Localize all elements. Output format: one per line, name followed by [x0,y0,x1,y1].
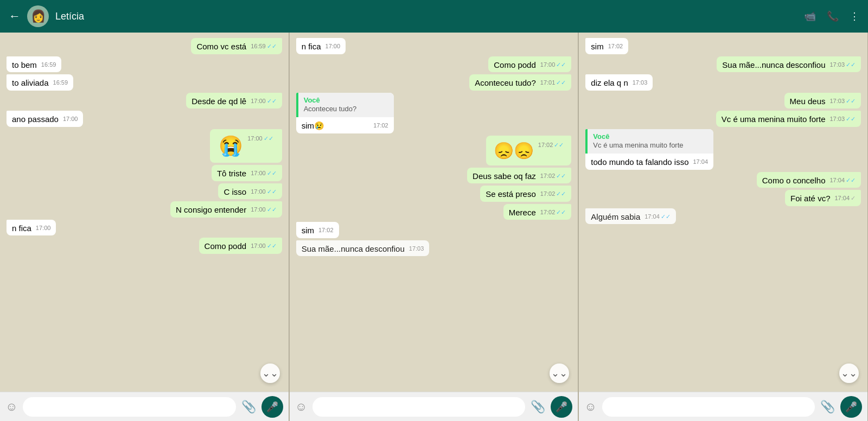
bubble: n fica 17:00 [7,220,56,236]
bubble: Vc é uma menina muito forte 17:03 ✓✓ [716,111,861,127]
message-input[interactable] [23,397,235,417]
message-row: n fica 17:00 [7,220,56,236]
voice-call-icon[interactable]: 📞 [827,10,839,22]
avatar: 👩 [27,5,49,27]
bubble: Como vc está 16:59 ✓✓ [191,38,282,54]
scroll-down-button[interactable]: ⌄⌄ [260,363,280,383]
chat-container: Como vc está 16:59 ✓✓ to bem 16:59 to al… [0,33,868,421]
send-button[interactable]: 🎤 [840,396,862,418]
message-row: Sua mãe...nunca desconfiou 17:03 ✓✓ [717,56,861,73]
message-row: Vc é uma menina muito forte 17:03 ✓✓ [716,111,861,127]
bubble: Como podd 17:00 ✓✓ [488,56,571,73]
message-input[interactable] [602,397,815,417]
message-row: 😞😞 17:02 ✓✓ [486,136,572,165]
message-row: to aliviada 16:59 [7,74,73,91]
message-row: ano passado 17:00 [7,111,83,127]
messages-panel-3: sim 17:02 Sua mãe...nunca desconfiou 17:… [579,33,867,392]
bubble: Alguém sabia 17:04 ✓✓ [585,208,675,225]
message-row: Meu deus 17:03 ✓✓ [784,93,861,109]
bubble: 😞😞 17:02 ✓✓ [486,136,572,165]
bubble: Desde de qd lê 17:00 ✓✓ [186,93,282,109]
quote-block: Você Vc é uma menina muito forte [585,129,713,154]
message-row: Como podd 17:00 ✓✓ [488,56,571,73]
quote-author: Você [593,132,708,142]
message-row: Aconteceu tudo? 17:01 ✓✓ [469,74,571,91]
message-row: Tô triste 17:00 ✓✓ [212,165,282,181]
quote-author: Você [304,96,388,105]
more-options-icon[interactable]: ⋮ [850,10,859,22]
bubble: Deus sabe oq faz 17:02 ✓✓ [467,168,571,184]
message-row: N consigo entender 17:00 ✓✓ [170,201,282,218]
chat-panel-1: Como vc está 16:59 ✓✓ to bem 16:59 to al… [0,33,289,421]
bubble: C isso 17:00 ✓✓ [218,183,282,200]
scroll-down-button[interactable]: ⌄⌄ [839,363,859,383]
attach-icon[interactable]: 📎 [241,400,256,414]
bubble: sim 17:02 [296,222,339,238]
message-row: Sua mãe...nunca desconfiou 17:03 [296,240,430,257]
video-call-icon[interactable]: 📹 [804,10,816,22]
emoji-icon[interactable]: ☺ [5,400,17,414]
message-row: sim 17:02 [585,38,628,54]
message-row: Merece 17:02 ✓✓ [503,204,572,220]
bubble: n fica 17:00 [296,38,346,54]
bubble: Aconteceu tudo? 17:01 ✓✓ [469,74,571,91]
message-row: Alguém sabia 17:04 ✓✓ [585,208,675,225]
message-row: Foi até vc? 17:04 ✓ [785,190,861,206]
chat-header: ← 👩 Letícia 📹 📞 ⋮ [0,0,868,33]
bottom-input-bar-2: ☺ 📎 🎤 [290,392,578,421]
quote-text: Aconteceu tudo? [304,105,388,114]
messages-panel-2: n fica 17:00 Como podd 17:00 ✓✓ Acontece… [290,33,578,392]
message-input[interactable] [312,397,525,417]
bubble: ano passado 17:00 [7,111,83,127]
message-row: Como podd 17:00 ✓✓ [199,238,282,254]
message-row: Como o concelho 17:04 ✓✓ [757,172,861,188]
bubble: Foi até vc? 17:04 ✓ [785,190,861,206]
bubble: diz ela q n 17:03 [585,74,653,91]
bubble: Sua mãe...nunca desconfiou 17:03 ✓✓ [717,56,861,73]
bubble: Como podd 17:00 ✓✓ [199,238,282,254]
back-button[interactable]: ← [9,9,21,23]
header-actions: 📹 📞 ⋮ [804,10,859,22]
messages-panel-1: Como vc está 16:59 ✓✓ to bem 16:59 to al… [0,33,289,392]
message-row: Se está preso 17:02 ✓✓ [480,186,571,202]
bubble: to bem 16:59 [7,56,61,73]
quote-block: Você Aconteceu tudo? [296,93,394,118]
contact-name: Letícia [55,11,797,22]
attach-icon[interactable]: 📎 [820,400,835,414]
bottom-input-bar-3: ☺ 📎 🎤 [579,392,867,421]
emoji-icon[interactable]: ☺ [584,400,596,414]
bubble: Você Vc é uma menina muito forte todo mu… [585,129,713,170]
message-row: Deus sabe oq faz 17:02 ✓✓ [467,168,571,184]
message-row: to bem 16:59 [7,56,61,73]
bubble: Meu deus 17:03 ✓✓ [784,93,861,109]
bubble: Se está preso 17:02 ✓✓ [480,186,571,202]
message-row: Você Aconteceu tudo? sim😢 17:02 [296,93,394,133]
message-row: Desde de qd lê 17:00 ✓✓ [186,93,282,109]
quote-text: Vc é uma menina muito forte [593,141,708,150]
send-button[interactable]: 🎤 [261,396,283,418]
bubble: to aliviada 16:59 [7,74,73,91]
bubble: Tô triste 17:00 ✓✓ [212,165,282,181]
bottom-input-bar-1: ☺ 📎 🎤 [0,392,289,421]
bubble: Como o concelho 17:04 ✓✓ [757,172,861,188]
attach-icon[interactable]: 📎 [531,400,545,414]
emoji-icon[interactable]: ☺ [295,400,307,414]
bubble: N consigo entender 17:00 ✓✓ [170,201,282,218]
bubble: Você Aconteceu tudo? sim😢 17:02 [296,93,394,133]
bubble: sim 17:02 [585,38,628,54]
bubble: 😭 17:00 ✓✓ [210,129,282,163]
message-row: Você Vc é uma menina muito forte todo mu… [585,129,713,170]
message-row: C isso 17:00 ✓✓ [218,183,282,200]
message-row: sim 17:02 [296,222,339,238]
send-button[interactable]: 🎤 [551,396,572,418]
chat-panel-2: n fica 17:00 Como podd 17:00 ✓✓ Acontece… [290,33,579,421]
message-row: n fica 17:00 [296,38,346,54]
chat-panel-3: sim 17:02 Sua mãe...nunca desconfiou 17:… [579,33,868,421]
message-row: 😭 17:00 ✓✓ [210,129,282,163]
bubble: Merece 17:02 ✓✓ [503,204,572,220]
bubble: Sua mãe...nunca desconfiou 17:03 [296,240,430,257]
message-row: Como vc está 16:59 ✓✓ [191,38,282,54]
message-row: diz ela q n 17:03 [585,74,653,91]
